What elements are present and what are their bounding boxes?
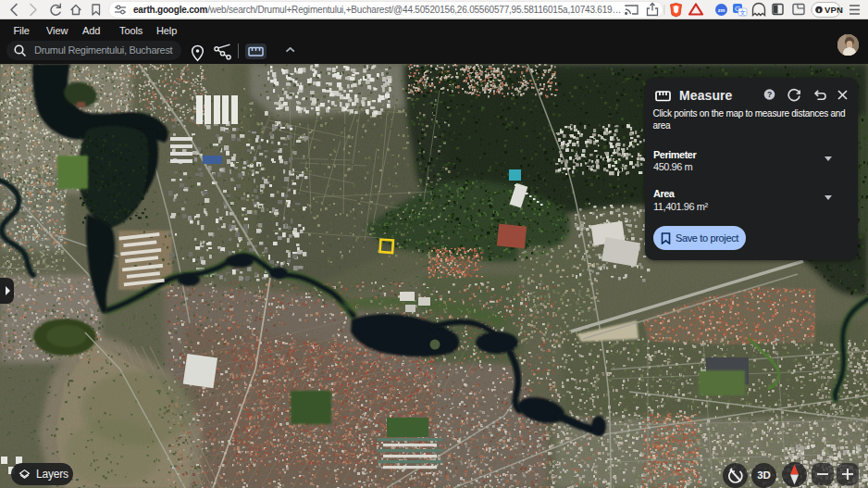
svg-text:zm: zm [718, 7, 725, 13]
svg-text:文: 文 [739, 9, 746, 16]
svg-text:VPN: VPN [825, 5, 843, 15]
svg-text:?: ? [767, 90, 772, 99]
